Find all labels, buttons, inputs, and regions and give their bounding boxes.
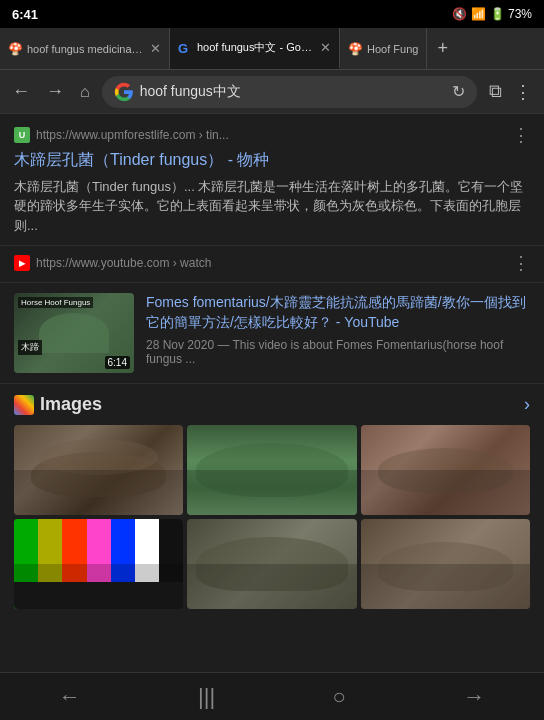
images-title: Images (40, 394, 102, 415)
image-5[interactable] (187, 519, 356, 609)
google-logo-icon (114, 82, 134, 102)
overflow-menu-button[interactable]: ⋮ (510, 77, 536, 107)
reload-button[interactable]: ↻ (452, 82, 465, 101)
menu-button[interactable]: ||| (178, 676, 235, 718)
result2-favicon: ▶ (14, 255, 30, 271)
tab-bar: 🍄 hoof fungus medicinal uses ✕ G hoof fu… (0, 28, 544, 70)
bottom-nav: ← ||| ○ → (0, 672, 544, 720)
result1-menu-icon[interactable]: ⋮ (512, 124, 530, 146)
url-input-box[interactable]: hoof fungus中文 ↻ (102, 76, 477, 108)
image-3[interactable] (361, 425, 530, 515)
image-1[interactable] (14, 425, 183, 515)
status-icons: 🔇 📶 🔋 73% (452, 7, 532, 21)
yt-title[interactable]: Fomes fomentarius/木蹄靈芝能抗流感的馬蹄菌/教你一個找到它的簡… (146, 293, 530, 332)
tab1-close[interactable]: ✕ (150, 41, 161, 56)
result2-source-row: ▶ https://www.youtube.com › watch ⋮ (0, 246, 544, 283)
result1-description: 木蹄层孔菌（Tinder fungus）... 木蹄层孔菌是一种生活在落叶树上的… (14, 177, 530, 236)
tab-hoof-fung[interactable]: 🍄 Hoof Fung (340, 28, 427, 69)
images-google-icon (14, 395, 34, 415)
yt-thumbnail[interactable]: Horse Hoof Fungus ▶ 木蹄 6:14 (14, 293, 134, 373)
tab2-label: hoof fungus中文 - Google Se (197, 40, 313, 55)
images-more-button[interactable]: › (524, 394, 530, 415)
result1-title[interactable]: 木蹄层孔菌（Tinder fungus） - 物种 (14, 150, 530, 171)
home-button[interactable]: ⌂ (76, 79, 94, 105)
result2-url: https://www.youtube.com › watch (36, 256, 211, 270)
image-4-colorbars[interactable] (14, 519, 183, 609)
status-bar: 6:41 🔇 📶 🔋 73% (0, 0, 544, 28)
tab-switcher-button[interactable]: ⧉ (485, 77, 506, 106)
home-nav-button[interactable]: ○ (313, 676, 366, 718)
tab-hoof-fungus-medicinal[interactable]: 🍄 hoof fungus medicinal uses ✕ (0, 28, 170, 69)
tab2-favicon: G (178, 41, 192, 55)
result1-favicon: U (14, 127, 30, 143)
tab3-label: Hoof Fung (367, 43, 418, 55)
url-display: hoof fungus中文 (140, 83, 446, 101)
forward-nav-button[interactable]: → (42, 77, 68, 106)
result1-url: https://www.upmforestlife.com › tin... (36, 128, 229, 142)
result1-source: U https://www.upmforestlife.com › tin...… (14, 124, 530, 146)
yt-meta: 28 Nov 2020 — This video is about Fomes … (146, 338, 530, 366)
images-section: Images › (0, 384, 544, 615)
address-bar: ← → ⌂ hoof fungus中文 ↻ ⧉ ⋮ (0, 70, 544, 114)
result2-source: ▶ https://www.youtube.com › watch ⋮ (14, 252, 530, 274)
browser-menu-buttons: ⧉ ⋮ (485, 77, 536, 107)
yt-label-horse: Horse Hoof Fungus (18, 297, 93, 308)
yt-info: Fomes fomentarius/木蹄靈芝能抗流感的馬蹄菌/教你一個找到它的簡… (146, 293, 530, 373)
search-result-1: U https://www.upmforestlife.com › tin...… (0, 114, 544, 246)
image-2[interactable] (187, 425, 356, 515)
tab1-favicon: 🍄 (8, 42, 22, 56)
tab3-favicon: 🍄 (348, 42, 362, 56)
back-nav-button[interactable]: ← (8, 77, 34, 106)
yt-label-chinese: 木蹄 (18, 340, 42, 355)
image-6[interactable] (361, 519, 530, 609)
battery-icon: 🔋 73% (490, 7, 532, 21)
images-grid (14, 425, 530, 609)
tab1-label: hoof fungus medicinal uses (27, 43, 143, 55)
main-content: U https://www.upmforestlife.com › tin...… (0, 114, 544, 672)
status-time: 6:41 (12, 7, 38, 22)
result2-menu-icon[interactable]: ⋮ (512, 252, 530, 274)
yt-duration: 6:14 (105, 356, 130, 369)
tab-hoof-fungus-chinese[interactable]: G hoof fungus中文 - Google Se ✕ (170, 28, 340, 69)
back-button[interactable]: ← (39, 676, 101, 718)
signal-icon: 📶 (471, 7, 486, 21)
mute-icon: 🔇 (452, 7, 467, 21)
tab2-close[interactable]: ✕ (320, 40, 331, 55)
forward-button[interactable]: → (443, 676, 505, 718)
add-tab-button[interactable]: + (427, 28, 458, 69)
images-header: Images › (14, 394, 530, 415)
search-result-2-youtube: Horse Hoof Fungus ▶ 木蹄 6:14 Fomes foment… (0, 283, 544, 384)
